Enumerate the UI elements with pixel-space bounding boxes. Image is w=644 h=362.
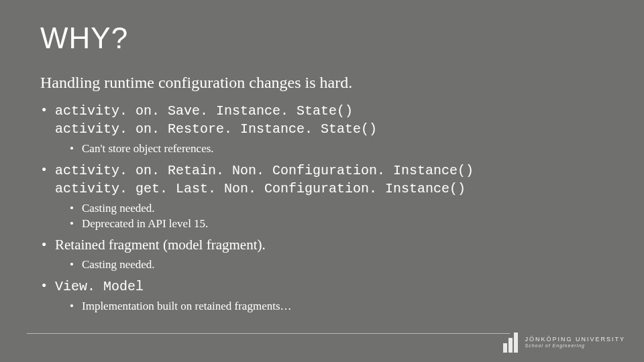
bullet-text: activity. get. Last. Non. Configuration.…	[55, 181, 466, 196]
slide-subtitle: Handling runtime configuration changes i…	[40, 74, 604, 92]
sub-list-item: Casting needed.	[55, 257, 604, 273]
slide-title: WHY?	[40, 21, 604, 55]
divider	[27, 333, 510, 334]
sub-list-item: Implementation built on retained fragmen…	[55, 299, 604, 314]
bullet-text: activity. on. Save. Instance. State()	[55, 103, 353, 119]
bullet-text: View. Model	[55, 279, 144, 294]
sub-list: Can't store object references.	[55, 141, 604, 157]
sub-list-item: Can't store object references.	[55, 141, 604, 157]
sub-list-item: Deprecated in API level 15.	[55, 217, 604, 232]
list-item: activity. on. Save. Instance. State() ac…	[40, 101, 604, 157]
slide: WHY? Handling runtime configuration chan…	[0, 0, 644, 362]
footer-dept: School of Engineering	[525, 343, 625, 349]
bullet-text: Retained fragment (model fragment).	[55, 237, 266, 253]
university-logo-icon	[503, 333, 518, 353]
footer-logo: JÖNKÖPING UNIVERSITY School of Engineeri…	[503, 333, 625, 353]
sub-list: Casting needed.	[55, 257, 604, 273]
sub-list: Casting needed. Deprecated in API level …	[55, 201, 604, 232]
bullet-text: activity. on. Restore. Instance. State()	[55, 121, 377, 137]
footer-text: JÖNKÖPING UNIVERSITY School of Engineeri…	[525, 336, 625, 349]
list-item: View. Model Implementation built on reta…	[40, 277, 604, 314]
list-item: activity. on. Retain. Non. Configuration…	[40, 161, 604, 232]
bullet-list: activity. on. Save. Instance. State() ac…	[40, 101, 604, 314]
footer-org: JÖNKÖPING UNIVERSITY	[525, 336, 625, 343]
sub-list: Implementation built on retained fragmen…	[55, 299, 604, 314]
bullet-text: activity. on. Retain. Non. Configuration…	[55, 163, 474, 178]
list-item: Retained fragment (model fragment). Cast…	[40, 236, 604, 273]
sub-list-item: Casting needed.	[55, 201, 604, 217]
